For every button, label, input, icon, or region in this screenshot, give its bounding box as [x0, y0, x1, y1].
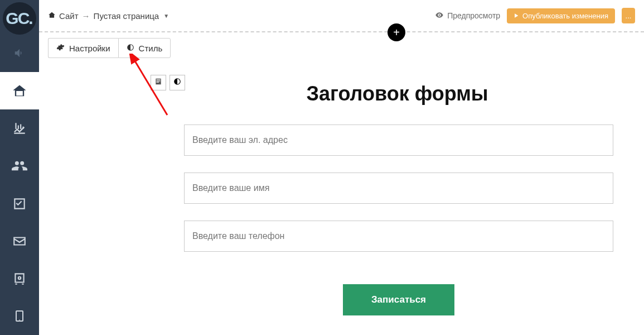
- section-toolbar: Настройки Стиль: [39, 32, 644, 58]
- section-divider: +: [39, 31, 644, 32]
- play-icon: [514, 12, 519, 20]
- chevron-down-icon: ▼: [163, 13, 169, 19]
- sidebar-item-mail[interactable]: [0, 222, 39, 260]
- breadcrumb-site: Сайт: [59, 11, 79, 21]
- sidebar-item-home[interactable]: [0, 72, 39, 109]
- logo-text: GC: [6, 9, 28, 28]
- form-icon: [154, 78, 162, 88]
- sidebar-item-tasks[interactable]: [0, 185, 39, 222]
- publish-label: Опубликовать изменения: [522, 12, 608, 20]
- plus-icon: +: [393, 26, 400, 39]
- settings-button[interactable]: Настройки: [48, 38, 118, 58]
- publish-button[interactable]: Опубликовать изменения: [507, 8, 615, 23]
- preview-link[interactable]: Предпросмотр: [435, 11, 500, 21]
- preview-label: Предпросмотр: [447, 11, 500, 20]
- breadcrumb[interactable]: Сайт → Пустая страница ▼: [48, 11, 169, 21]
- add-section-button[interactable]: +: [388, 23, 405, 41]
- sidebar-item-safe[interactable]: [0, 260, 39, 297]
- home-icon: [48, 11, 56, 21]
- contrast-icon: [127, 44, 134, 53]
- form-settings-button[interactable]: [151, 75, 166, 90]
- sidebar-item-sound[interactable]: [0, 35, 39, 72]
- logo-dot: .: [28, 9, 33, 28]
- name-field[interactable]: Введите ваше имя: [184, 173, 613, 204]
- eye-icon: [435, 11, 444, 21]
- style-label: Стиль: [139, 44, 163, 53]
- gear-icon: [56, 43, 65, 53]
- form-title[interactable]: Заголовок формы: [173, 82, 622, 106]
- sidebar-item-analytics[interactable]: [0, 109, 39, 147]
- settings-label: Настройки: [69, 44, 110, 53]
- topbar-right: Предпросмотр Опубликовать изменения ...: [435, 8, 635, 23]
- email-field[interactable]: Введите ваш эл. адрес: [184, 125, 613, 156]
- phone-field[interactable]: Введите ваш телефон: [184, 221, 613, 252]
- contrast-icon: [173, 78, 181, 88]
- form-style-button[interactable]: [170, 75, 185, 90]
- style-button[interactable]: Стиль: [118, 38, 171, 58]
- form-fields: Введите ваш эл. адрес Введите ваше имя В…: [184, 125, 613, 315]
- submit-button[interactable]: Записаться: [343, 284, 454, 315]
- sidebar-item-mobile[interactable]: [0, 298, 39, 335]
- form-block: Заголовок формы Введите ваш эл. адрес Вв…: [39, 75, 644, 315]
- publish-more-button[interactable]: ...: [622, 8, 635, 23]
- breadcrumb-separator: →: [82, 11, 90, 21]
- sidebar: GC.: [0, 0, 39, 335]
- main: Сайт → Пустая страница ▼ Предпросмотр Оп…: [39, 0, 644, 335]
- logo[interactable]: GC.: [3, 2, 36, 35]
- breadcrumb-page: Пустая страница: [94, 11, 159, 21]
- topbar: Сайт → Пустая страница ▼ Предпросмотр Оп…: [39, 0, 644, 31]
- sidebar-item-users[interactable]: [0, 147, 39, 185]
